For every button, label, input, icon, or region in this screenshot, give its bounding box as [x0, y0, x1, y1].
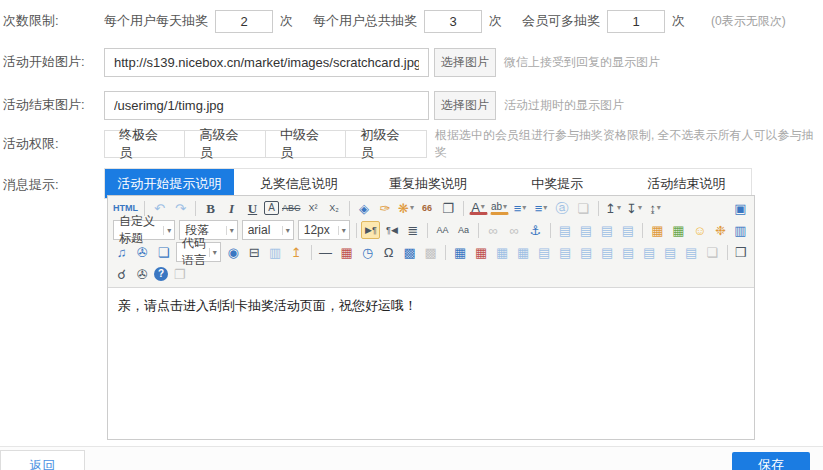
find-replace-icon[interactable]: ✇ [133, 265, 152, 283]
lowercase-icon[interactable]: Aa [454, 221, 473, 239]
paste-text-icon[interactable]: ❐ [439, 199, 458, 217]
emoticon-icon[interactable]: ☺ [690, 221, 709, 239]
new-page-icon[interactable]: ❏ [703, 243, 722, 261]
unlink-icon[interactable]: ∞ [505, 221, 524, 239]
save-button[interactable]: 保存 [732, 452, 810, 470]
insert-file-icon[interactable]: ❏ [154, 243, 173, 261]
calendar-icon[interactable]: ▦ [337, 243, 356, 261]
new-document-icon[interactable]: ❏ [574, 199, 593, 217]
back-button[interactable]: 返回 [0, 450, 85, 470]
code-select[interactable]: 代码语言▾ [176, 242, 221, 262]
delete-row-icon[interactable]: ▤ [661, 243, 680, 261]
merge-cell-icon[interactable]: ▤ [598, 243, 617, 261]
align-justify-icon[interactable]: ▤ [618, 221, 637, 239]
paragraph-format-icon[interactable]: ≣ [403, 221, 422, 239]
fullscreen-icon[interactable]: ▣ [731, 199, 750, 217]
edit-form-icon[interactable]: ▩ [421, 243, 440, 261]
style-select[interactable]: 自定义标题▾ [113, 220, 175, 240]
member-option-junior[interactable]: 初级会员 [346, 131, 425, 157]
member-extra-input[interactable] [607, 10, 665, 33]
format-brush-icon[interactable]: ✑ [376, 199, 395, 217]
delete-table-icon[interactable]: ▦ [472, 243, 491, 261]
insert-row-below-icon[interactable]: ▤ [640, 243, 659, 261]
omega-icon[interactable]: Ω [379, 243, 398, 261]
start-image-input[interactable] [104, 48, 429, 77]
total-input[interactable] [424, 10, 482, 33]
upload-media-icon[interactable]: ↥ [287, 243, 306, 261]
member-option-ultimate[interactable]: 终极会员 [105, 131, 185, 157]
insert-row-above-icon[interactable]: ▤ [619, 243, 638, 261]
start-image-row: 活动开始图片: 选择图片 微信上接受到回复的显示图片 [0, 47, 823, 77]
insert-table-icon[interactable]: ▦ [451, 243, 470, 261]
toolbar-separator [598, 201, 599, 216]
per-day-unit: 次 [280, 12, 293, 30]
clock-icon[interactable]: ◷ [358, 243, 377, 261]
font-select[interactable]: arial▾ [242, 220, 294, 240]
highlight-color-icon[interactable]: ab▾ [490, 201, 509, 215]
size-select[interactable]: 12px▾ [298, 220, 350, 240]
clear-format-icon[interactable]: ❋▾ [397, 199, 416, 217]
total-label: 每个用户总共抽奖 [313, 12, 417, 30]
blockquote-icon[interactable]: 66 [418, 199, 437, 217]
underline-icon[interactable]: U [243, 199, 262, 217]
help-icon[interactable]: ? [154, 267, 168, 281]
limits-label: 次数限制: [0, 12, 104, 30]
table-properties-icon[interactable]: ▦ [493, 243, 512, 261]
columns-icon[interactable]: ▥ [266, 243, 285, 261]
italic-icon[interactable]: I [222, 199, 241, 217]
code-icon[interactable]: ◉ [224, 243, 243, 261]
end-image-input[interactable] [104, 91, 429, 120]
page-break-icon[interactable]: ⊟ [245, 243, 264, 261]
split-cell-icon[interactable]: ▤ [577, 243, 596, 261]
attachment-icon[interactable]: ✇ [133, 243, 152, 261]
tab-repeat-draw[interactable]: 重复抽奖说明 [363, 169, 492, 198]
insert-form-icon[interactable]: ▩ [400, 243, 419, 261]
superscript-icon[interactable]: X² [304, 199, 323, 217]
media-icon[interactable]: ▥ [731, 221, 750, 239]
palette-icon[interactable]: ❉ [711, 221, 730, 239]
paste-page-icon[interactable]: ❐ [170, 265, 189, 283]
ltr-icon[interactable]: ▶¶ [361, 221, 380, 239]
start-image-label: 活动开始图片: [0, 53, 104, 71]
ordered-list-icon[interactable]: ≡▾ [511, 199, 530, 217]
subscript-icon[interactable]: X₂ [325, 199, 344, 217]
tab-activity-end[interactable]: 活动结束说明 [622, 169, 751, 198]
music-icon[interactable]: ♫ [112, 243, 131, 261]
print-icon[interactable]: ❒ [731, 243, 750, 261]
font-border-icon[interactable]: A [264, 201, 279, 215]
member-option-senior[interactable]: 高级会员 [185, 131, 265, 157]
line-height-icon[interactable]: ↨▾ [646, 199, 665, 217]
uppercase-icon[interactable]: AA [433, 221, 452, 239]
cell-properties-icon[interactable]: ▦ [514, 243, 533, 261]
insert-col-right-icon[interactable]: ▤ [556, 243, 575, 261]
insert-col-left-icon[interactable]: ▤ [535, 243, 554, 261]
tab-redeem-info[interactable]: 兑奖信息说明 [234, 169, 363, 198]
per-day-input[interactable] [215, 10, 273, 33]
strikethrough-icon[interactable]: ABC [281, 199, 302, 217]
start-image-pick-button[interactable]: 选择图片 [434, 48, 496, 77]
rtl-icon[interactable]: ¶◀ [382, 221, 401, 239]
bold-icon[interactable]: B [201, 199, 220, 217]
end-image-pick-button[interactable]: 选择图片 [434, 91, 496, 120]
eraser-icon[interactable]: ◈ [355, 199, 374, 217]
align-right-icon[interactable]: ▤ [597, 221, 616, 239]
tab-activity-start-prompt[interactable]: 活动开始提示说明 [105, 169, 234, 198]
font-color-icon[interactable]: A▾ [469, 201, 488, 215]
redo-icon[interactable]: ↷ [171, 199, 190, 217]
margin-bottom-icon[interactable]: ↧▾ [625, 199, 644, 217]
member-option-intermediate[interactable]: 中级会员 [266, 131, 346, 157]
anchor-link-icon[interactable]: ⓐ [553, 199, 572, 217]
upload-image-icon[interactable]: ▦ [669, 221, 688, 239]
align-left-icon[interactable]: ▤ [555, 221, 574, 239]
link-icon[interactable]: ∞ [484, 221, 503, 239]
align-center-icon[interactable]: ▤ [576, 221, 595, 239]
horizontal-rule-icon[interactable]: — [316, 243, 335, 261]
image-icon[interactable]: ▦ [648, 221, 667, 239]
margin-top-icon[interactable]: ↥▾ [604, 199, 623, 217]
delete-col-icon[interactable]: ▤ [682, 243, 701, 261]
unordered-list-icon[interactable]: ≡▾ [532, 199, 551, 217]
anchor-icon[interactable]: ⚓ [526, 221, 545, 239]
tab-winning-prompt[interactable]: 中奖提示 [493, 169, 622, 198]
editor-content[interactable]: 亲，请点击进入刮刮卡抽奖活动页面，祝您好运哦！ [108, 288, 754, 439]
preview-icon[interactable]: ☌ [112, 265, 131, 283]
